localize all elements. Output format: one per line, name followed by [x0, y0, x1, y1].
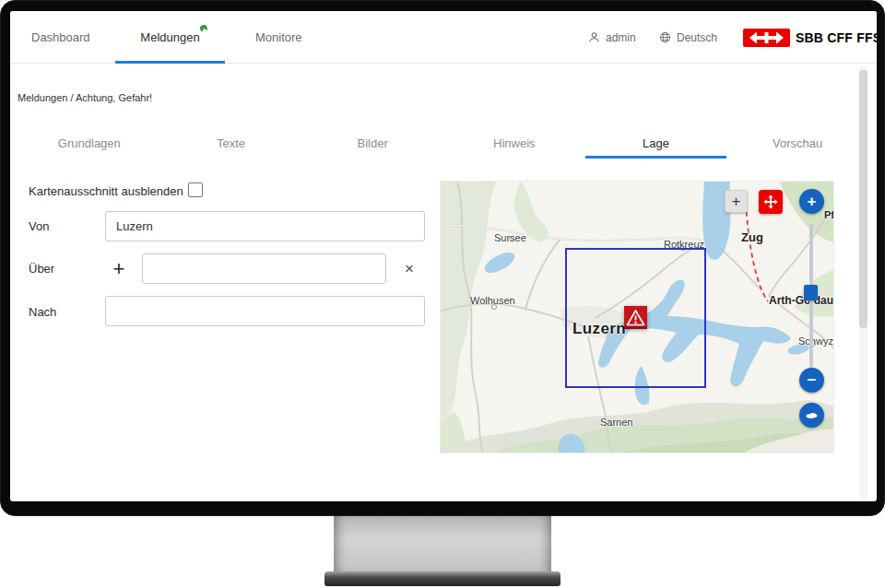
ueber-input[interactable]	[142, 253, 386, 284]
brand-text: SBB CFF FFS	[796, 30, 877, 45]
von-label: Von	[29, 219, 49, 233]
map[interactable]: Sursee Rotkreuz Zug Wolhusen Luzern Arth…	[441, 182, 833, 453]
nav-item-monitore[interactable]: Monitore	[255, 11, 302, 64]
tab-vorschau[interactable]: Vorschau	[726, 131, 868, 159]
map-label-pf: Pf	[824, 209, 833, 220]
top-nav: Dashboard Meldungen Monitore admin	[10, 11, 877, 64]
pan-arrows-icon	[763, 194, 778, 209]
active-nav-underline	[115, 61, 225, 64]
page-scrollbar[interactable]	[859, 66, 867, 500]
zoom-out-button[interactable]: −	[799, 368, 824, 393]
map-label-schwyz: Schwyz	[798, 335, 833, 347]
sbb-logo-icon	[743, 29, 790, 47]
user-name: admin	[606, 31, 636, 44]
reset-extent-button[interactable]	[799, 403, 824, 428]
zoom-slider-handle[interactable]	[804, 285, 818, 300]
tab-lage[interactable]: Lage	[585, 131, 727, 159]
language-menu[interactable]: Deutsch	[659, 11, 717, 64]
monitor-stand-base	[324, 571, 560, 586]
breadcrumb: Meldungen / Achtung, Gefahr!	[18, 92, 152, 103]
von-input[interactable]	[105, 211, 425, 241]
globe-icon	[659, 31, 671, 43]
tab-hinweis[interactable]: Hinweis	[443, 131, 585, 159]
tab-bilder[interactable]: Bilder	[301, 131, 443, 159]
tab-bar: Grundlagen Texte Bilder Hinweis Lage Vor…	[18, 131, 868, 159]
tab-texte[interactable]: Texte	[160, 131, 302, 159]
map-pan-button[interactable]	[759, 190, 783, 214]
ueber-label: Über	[29, 262, 54, 276]
warning-icon	[624, 306, 647, 329]
map-label-wolhusen: Wolhusen	[470, 295, 515, 306]
map-label-sarnen: Sarnen	[600, 417, 632, 428]
user-icon	[588, 31, 600, 43]
nach-label: Nach	[29, 305, 56, 319]
nav-item-meldungen[interactable]: Meldungen	[115, 11, 225, 64]
danger-marker[interactable]	[624, 306, 647, 329]
zoom-in-button[interactable]: +	[799, 189, 824, 214]
language-label: Deutsch	[677, 31, 717, 44]
app-window: Dashboard Meldungen Monitore admin	[10, 11, 877, 501]
switzerland-icon	[805, 411, 819, 420]
clear-via-button[interactable]: ×	[397, 253, 421, 284]
hide-map-label: Kartenausschnitt ausblenden	[29, 184, 183, 198]
monitor-frame: Dashboard Meldungen Monitore admin	[0, 0, 885, 516]
nach-input[interactable]	[105, 296, 425, 326]
map-gray-plus-button[interactable]: +	[725, 190, 748, 213]
page-scrollbar-thumb[interactable]	[859, 70, 867, 328]
nav-item-dashboard[interactable]: Dashboard	[31, 11, 90, 64]
map-label-sursee: Sursee	[494, 232, 526, 243]
tab-grundlagen[interactable]: Grundlagen	[18, 131, 160, 159]
nav-item-meldungen-label: Meldungen	[140, 30, 199, 44]
map-label-zug: Zug	[741, 230, 763, 244]
map-label-arth-goldau: Arth-Goldau	[769, 294, 833, 307]
hide-map-checkbox[interactable]	[188, 182, 203, 197]
add-via-button[interactable]: +	[107, 253, 131, 284]
brand: SBB CFF FFS	[743, 11, 877, 64]
user-menu[interactable]: admin	[588, 11, 636, 64]
